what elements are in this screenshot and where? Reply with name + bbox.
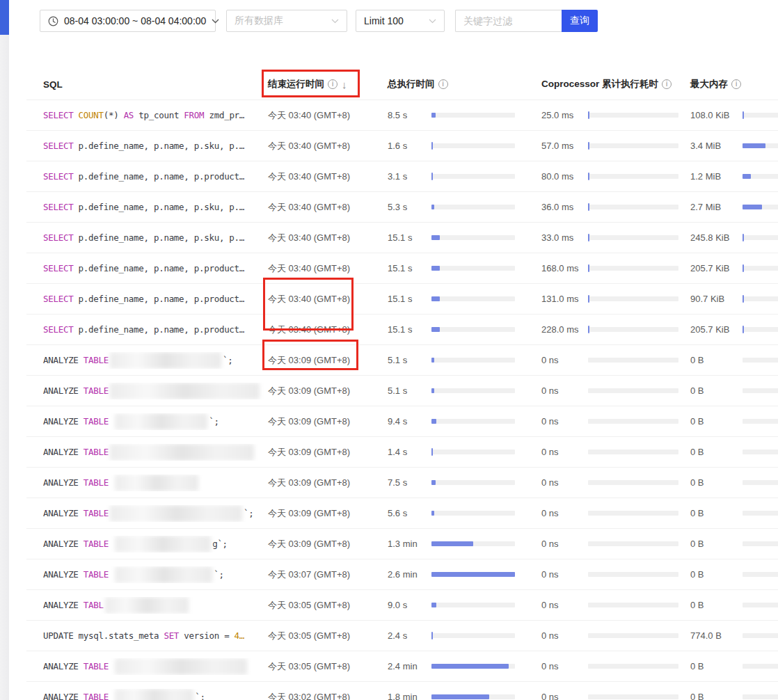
coprocessor-value: 0 ns [541, 416, 588, 427]
filter-toolbar: 08-04 03:00:00 ~ 08-04 04:00:00 所有数据库 Li… [40, 10, 598, 32]
table-row[interactable]: SELECT p.define_name, p.name, p.product…… [26, 283, 778, 314]
table-row[interactable]: ANALYZE TABLE今天 03:09 (GMT+8)5.1 s0 ns0 … [26, 375, 778, 406]
table-row[interactable]: SELECT p.define_name, p.name, p.product…… [26, 161, 778, 191]
sql-cell[interactable]: ANALYZE TABLE `; [43, 689, 268, 700]
sql-cell[interactable]: ANALYZE TABL [43, 597, 268, 614]
table-row[interactable]: SELECT p.define_name, p.name, p.sku, p.…… [26, 191, 778, 222]
sql-text: ANALYZE [43, 568, 84, 579]
sql-cell[interactable]: SELECT p.define_name, p.name, p.sku, p.… [43, 141, 268, 151]
column-label: 最大内存 [690, 78, 728, 90]
exec-time-value: 1.4 s [388, 447, 431, 457]
sql-text: 4… [235, 630, 244, 641]
coprocessor-value: 168.0 ms [541, 263, 588, 273]
exec-time-bar [431, 235, 541, 240]
sql-cell[interactable]: ANALYZE TABLE [43, 444, 268, 461]
exec-time-value: 2.4 min [388, 661, 431, 671]
exec-time-bar [431, 113, 541, 118]
exec-time-value: 3.1 s [388, 171, 431, 182]
sql-text: SELECT [43, 294, 73, 304]
sql-cell[interactable]: ANALYZE TABLE `; [43, 566, 268, 583]
table-row[interactable]: SELECT p.define_name, p.name, p.product…… [26, 314, 778, 344]
exec-time-bar [431, 327, 541, 332]
table-row[interactable]: ANALYZE TABLE `;今天 03:07 (GMT+8)2.6 min0… [26, 559, 778, 589]
info-icon[interactable]: i [438, 79, 448, 89]
sql-cell[interactable]: SELECT p.define_name, p.name, p.product… [43, 171, 268, 182]
sql-text: ANALYZE [43, 538, 84, 548]
sql-cell[interactable]: SELECT p.define_name, p.name, p.product… [43, 324, 268, 335]
end-time-cell: 今天 03:40 (GMT+8) [268, 293, 388, 305]
sql-cell[interactable]: ANALYZE TABLE `; [43, 413, 268, 430]
coprocessor-bar [588, 694, 690, 699]
sql-text: TABLE [84, 660, 113, 671]
coprocessor-bar [588, 235, 690, 240]
coprocessor-bar [588, 358, 690, 363]
sql-cell[interactable]: ANALYZE TABLE`; [43, 352, 268, 369]
end-time-cell: 今天 03:05 (GMT+8) [268, 599, 388, 612]
limit-select[interactable]: Limit 100 [356, 10, 445, 32]
table-row[interactable]: ANALYZE TABLE`;今天 03:09 (GMT+8)5.1 s0 ns… [26, 344, 778, 375]
table-row[interactable]: UPDATE mysql.stats_meta SET version = 4…… [26, 620, 778, 651]
table-row[interactable]: ANALYZE TABLE `;今天 03:09 (GMT+8)9.4 s0 n… [26, 406, 778, 436]
end-time-cell: 今天 03:40 (GMT+8) [268, 201, 388, 214]
coprocessor-bar [588, 143, 690, 148]
table-row[interactable]: ANALYZE TABLE `;今天 03:02 (GMT+8)1.8 min0… [26, 681, 778, 700]
table-row[interactable]: ANALYZE TABLE g`;今天 03:09 (GMT+8)1.3 min… [26, 528, 778, 559]
search-button[interactable]: 查询 [562, 10, 598, 32]
coprocessor-value: 0 ns [541, 508, 588, 518]
column-header-exec-time[interactable]: 总执行时间 i [388, 78, 541, 90]
info-icon[interactable]: i [328, 79, 338, 89]
table-row[interactable]: SELECT p.define_name, p.name, p.sku, p.…… [26, 130, 778, 161]
database-select[interactable]: 所有数据库 [226, 10, 347, 32]
table-row[interactable]: ANALYZE TABLE今天 03:09 (GMT+8)1.4 s0 ns0 … [26, 436, 778, 467]
sql-cell[interactable]: SELECT p.define_name, p.name, p.product… [43, 263, 268, 273]
sql-cell[interactable]: SELECT p.define_name, p.name, p.sku, p.… [43, 232, 268, 243]
max-memory-value: 0 B [690, 661, 743, 671]
column-header-end-time[interactable]: 结束运行时间 i ↓ [268, 78, 388, 90]
max-memory-bar [743, 327, 778, 332]
statements-table: SQL 结束运行时间 i ↓ 总执行时间 i Coprocessor 累计执行耗… [26, 69, 778, 700]
info-icon[interactable]: i [662, 79, 672, 89]
coprocessor-bar [588, 541, 690, 546]
exec-time-value: 5.3 s [388, 202, 431, 212]
max-memory-value: 0 B [690, 692, 743, 700]
keyword-filter-input[interactable] [455, 10, 562, 32]
column-label: SQL [43, 79, 63, 90]
sql-cell[interactable]: SELECT p.define_name, p.name, p.product… [43, 294, 268, 304]
table-row[interactable]: ANALYZE TABLE 今天 03:09 (GMT+8)7.5 s0 ns0… [26, 467, 778, 498]
max-memory-value: 245.8 KiB [690, 232, 743, 243]
max-memory-bar [743, 694, 778, 699]
coprocessor-bar [588, 174, 690, 179]
sql-text: ANALYZE [43, 599, 84, 610]
time-range-picker[interactable]: 08-04 03:00:00 ~ 08-04 04:00:00 [40, 10, 216, 32]
sql-text: FROM [184, 110, 204, 120]
redacted-text [110, 352, 221, 369]
table-row[interactable]: SELECT COUNT(*) AS tp_count FROM zmd_pr…… [26, 100, 778, 130]
column-header-coprocessor[interactable]: Coprocessor 累计执行耗时 i [541, 78, 690, 90]
sql-cell[interactable]: SELECT p.define_name, p.name, p.sku, p.… [43, 202, 268, 212]
table-row[interactable]: SELECT p.define_name, p.name, p.product…… [26, 253, 778, 283]
coprocessor-bar [588, 388, 690, 393]
column-header-max-memory[interactable]: 最大内存 i [690, 78, 778, 90]
clock-icon [48, 16, 58, 26]
coprocessor-value: 0 ns [541, 539, 588, 549]
chevron-down-icon [212, 19, 219, 24]
sql-text: tp_count [134, 110, 184, 120]
table-row[interactable]: SELECT p.define_name, p.name, p.sku, p.…… [26, 222, 778, 253]
sort-desc-icon: ↓ [342, 79, 347, 90]
sql-cell[interactable]: ANALYZE TABLE g`; [43, 536, 268, 552]
info-icon[interactable]: i [731, 79, 741, 89]
table-row[interactable]: ANALYZE TABL今天 03:05 (GMT+8)9.0 s0 ns0 B [26, 589, 778, 620]
coprocessor-value: 0 ns [541, 630, 588, 641]
sql-text: p.define_name, p.name, p.sku, p.… [73, 232, 244, 243]
table-row[interactable]: ANALYZE TABLE`;今天 03:09 (GMT+8)5.6 s0 ns… [26, 498, 778, 528]
end-time-cell: 今天 03:40 (GMT+8) [268, 262, 388, 275]
sql-cell[interactable]: SELECT COUNT(*) AS tp_count FROM zmd_pr… [43, 110, 268, 120]
table-row[interactable]: ANALYZE TABLE 今天 03:05 (GMT+8)2.4 min0 n… [26, 651, 778, 681]
exec-time-bar [431, 358, 541, 363]
sql-cell[interactable]: ANALYZE TABLE [43, 475, 268, 491]
sql-cell[interactable]: ANALYZE TABLE`; [43, 505, 268, 522]
sql-cell[interactable]: ANALYZE TABLE [43, 658, 268, 675]
sql-cell[interactable]: ANALYZE TABLE [43, 383, 268, 399]
sql-cell[interactable]: UPDATE mysql.stats_meta SET version = 4… [43, 630, 268, 641]
sidebar-strip [0, 0, 9, 700]
